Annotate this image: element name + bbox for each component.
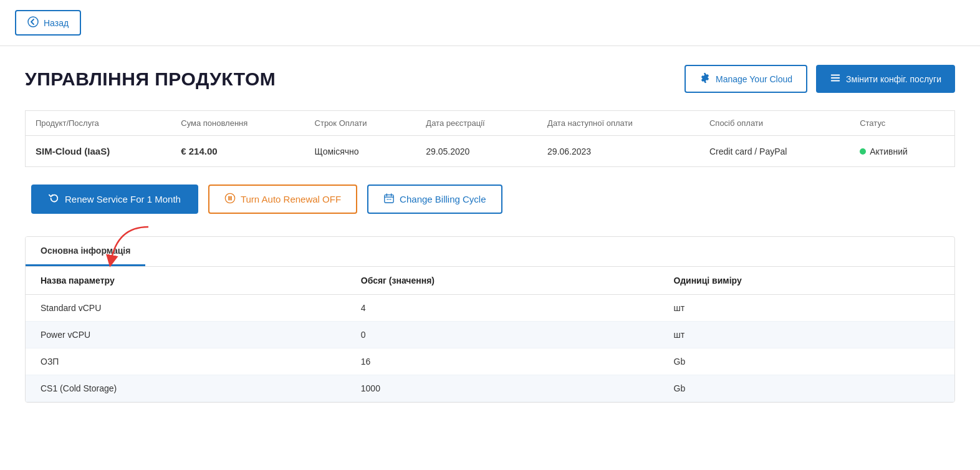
info-cell-unit: Gb xyxy=(659,348,954,375)
info-col-value: Обсяг (значення) xyxy=(346,267,659,295)
gear-icon xyxy=(699,72,711,85)
info-cell-param: Standard vCPU xyxy=(26,295,346,322)
list-icon xyxy=(830,72,841,85)
status-label: Активний xyxy=(870,146,908,156)
info-cell-unit: шт xyxy=(659,322,954,348)
renew-button-label: Renew Service For 1 Month xyxy=(65,194,181,204)
cell-status: Активний xyxy=(850,136,954,167)
info-cell-param: ОЗП xyxy=(26,348,346,375)
back-button-label: Назад xyxy=(44,18,69,28)
info-col-unit: Одиниці виміру xyxy=(659,267,954,295)
change-config-button[interactable]: Змінити конфіг. послуги xyxy=(816,65,955,93)
manage-cloud-label: Manage Your Cloud xyxy=(716,74,792,84)
info-table: Назва параметру Обсяг (значення) Одиниці… xyxy=(26,267,954,402)
col-billing-period: Строк Оплати xyxy=(305,111,416,136)
cell-amount: € 214.00 xyxy=(171,136,304,167)
change-config-label: Змінити конфіг. послуги xyxy=(846,74,941,84)
col-next-payment: Дата наступної оплати xyxy=(537,111,699,136)
svg-point-8 xyxy=(387,199,388,200)
cell-next-payment: 29.06.2023 xyxy=(537,136,699,167)
info-table-row: Power vCPU0шт xyxy=(26,322,954,348)
cell-billing-period: Щомісячно xyxy=(305,136,416,167)
svg-point-1 xyxy=(225,193,234,203)
info-table-row: CS1 (Cold Storage)1000Gb xyxy=(26,375,954,402)
table-row: SIM-Cloud (IaaS) € 214.00 Щомісячно 29.0… xyxy=(26,136,955,167)
auto-renewal-label: Turn Auto Renewal OFF xyxy=(241,194,341,204)
info-table-row: Standard vCPU4шт xyxy=(26,295,954,322)
col-amount: Сума поновлення xyxy=(171,111,304,136)
service-table: Продукт/Послуга Сума поновлення Строк Оп… xyxy=(25,110,955,167)
billing-cycle-button[interactable]: Change Billing Cycle xyxy=(367,185,502,214)
auto-renewal-button[interactable]: Turn Auto Renewal OFF xyxy=(208,185,357,214)
col-payment-method: Спосіб оплати xyxy=(699,111,850,136)
page-title: УПРАВЛІННЯ ПРОДУКТОМ xyxy=(25,69,276,90)
status-dot-icon xyxy=(860,148,866,155)
renew-icon xyxy=(49,193,60,206)
info-tabs: Основна інформація xyxy=(26,237,954,267)
renew-service-button[interactable]: Renew Service For 1 Month xyxy=(31,185,198,214)
info-cell-unit: Gb xyxy=(659,375,954,402)
info-cell-value: 1000 xyxy=(346,375,659,402)
info-col-param: Назва параметру xyxy=(26,267,346,295)
page-header: УПРАВЛІННЯ ПРОДУКТОМ Manage Your Cloud xyxy=(25,65,955,93)
header-actions: Manage Your Cloud Змінити конфіг. послуг… xyxy=(685,65,955,93)
svg-rect-2 xyxy=(228,196,229,200)
action-buttons-group: Renew Service For 1 Month Turn Auto Rene… xyxy=(25,185,955,214)
info-cell-unit: шт xyxy=(659,295,954,322)
svg-point-9 xyxy=(388,199,390,200)
col-status: Статус xyxy=(850,111,954,136)
cell-payment-method: Credit card / PayPal xyxy=(699,136,850,167)
svg-rect-3 xyxy=(230,196,231,200)
tab-basic-info[interactable]: Основна інформація xyxy=(26,237,145,266)
pause-icon xyxy=(224,193,236,206)
col-registration-date: Дата реєстрації xyxy=(416,111,537,136)
info-cell-param: CS1 (Cold Storage) xyxy=(26,375,346,402)
svg-point-0 xyxy=(28,17,38,27)
back-button[interactable]: Назад xyxy=(15,10,81,36)
cell-product: SIM-Cloud (IaaS) xyxy=(26,136,171,167)
tab-basic-info-label: Основна інформація xyxy=(41,246,130,256)
info-cell-value: 4 xyxy=(346,295,659,322)
info-section: Основна інформація Назва параметру Обсяг… xyxy=(25,236,955,403)
col-product: Продукт/Послуга xyxy=(26,111,171,136)
info-table-row: ОЗП16Gb xyxy=(26,348,954,375)
info-cell-param: Power vCPU xyxy=(26,322,346,348)
back-arrow-icon xyxy=(27,16,39,29)
svg-point-10 xyxy=(390,199,392,200)
manage-cloud-button[interactable]: Manage Your Cloud xyxy=(685,65,807,93)
cell-registration-date: 29.05.2020 xyxy=(416,136,537,167)
billing-cycle-label: Change Billing Cycle xyxy=(400,194,486,204)
info-cell-value: 0 xyxy=(346,322,659,348)
info-cell-value: 16 xyxy=(346,348,659,375)
calendar-icon xyxy=(383,193,395,206)
